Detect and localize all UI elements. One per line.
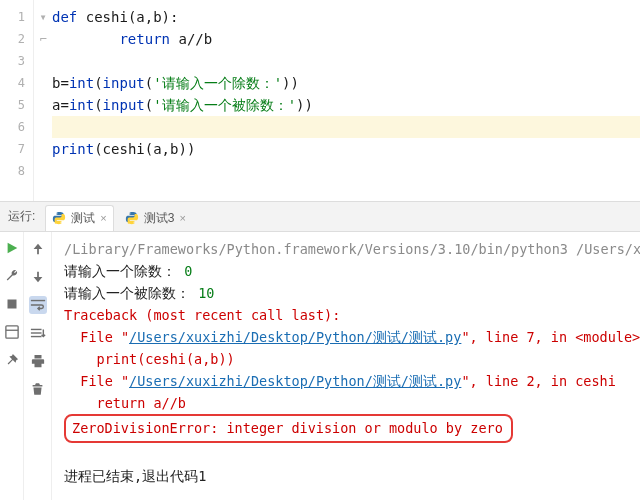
console-line: 请输入一个除数： 0: [64, 260, 632, 282]
svg-rect-1: [5, 326, 17, 338]
run-tool-column: [0, 232, 24, 500]
console-line: Traceback (most recent call last):: [64, 304, 632, 326]
file-link[interactable]: /Users/xuxizhi/Desktop/Python/测试/测试.py: [129, 329, 461, 345]
svg-rect-0: [7, 300, 16, 309]
print-icon[interactable]: [29, 352, 47, 370]
code-area[interactable]: def ceshi(a,b): return a//bb=int(input('…: [52, 0, 640, 201]
console-output[interactable]: /Library/Frameworks/Python.framework/Ver…: [52, 232, 640, 500]
file-link[interactable]: /Users/xuxizhi/Desktop/Python/测试/测试.py: [129, 373, 461, 389]
pin-icon[interactable]: [4, 352, 20, 368]
console-line: 进程已结束,退出代码1: [64, 465, 632, 487]
wrap-icon[interactable]: [29, 296, 47, 314]
run-tabs: 测试×测试3×: [45, 204, 197, 230]
console-line: [64, 443, 632, 465]
arrow-up-icon[interactable]: [29, 240, 47, 258]
console-line: print(ceshi(a,b)): [64, 348, 632, 370]
run-label: 运行:: [8, 208, 35, 225]
wrench-icon[interactable]: [4, 268, 20, 284]
layout-icon[interactable]: [4, 324, 20, 340]
run-panel: /Library/Frameworks/Python.framework/Ver…: [0, 232, 640, 500]
run-tab[interactable]: 测试×: [45, 205, 113, 231]
fold-column: ▾⌐: [34, 0, 52, 201]
error-highlight: ZeroDivisionError: integer division or m…: [64, 414, 513, 443]
console-line: File "/Users/xuxizhi/Desktop/Python/测试/测…: [64, 326, 632, 348]
code-editor[interactable]: 12345678 ▾⌐ def ceshi(a,b): return a//bb…: [0, 0, 640, 202]
scroll-icon[interactable]: [29, 324, 47, 342]
console-line: return a//b: [64, 392, 632, 414]
console-line: 请输入一个被除数： 10: [64, 282, 632, 304]
python-icon: [125, 211, 139, 225]
trash-icon[interactable]: [29, 380, 47, 398]
console-line: File "/Users/xuxizhi/Desktop/Python/测试/测…: [64, 370, 632, 392]
python-icon: [52, 211, 66, 225]
line-number-gutter: 12345678: [0, 0, 34, 201]
close-icon[interactable]: ×: [179, 212, 185, 224]
console-nav-column: [24, 232, 52, 500]
tab-label: 测试: [71, 210, 95, 227]
run-tab[interactable]: 测试3×: [118, 205, 193, 231]
close-icon[interactable]: ×: [100, 212, 106, 224]
run-icon[interactable]: [4, 240, 20, 256]
stop-icon[interactable]: [4, 296, 20, 312]
console-line: /Library/Frameworks/Python.framework/Ver…: [64, 238, 632, 260]
arrow-down-icon[interactable]: [29, 268, 47, 286]
tab-label: 测试3: [144, 210, 175, 227]
console-line: ZeroDivisionError: integer division or m…: [64, 414, 632, 443]
run-panel-header: 运行: 测试×测试3×: [0, 202, 640, 232]
